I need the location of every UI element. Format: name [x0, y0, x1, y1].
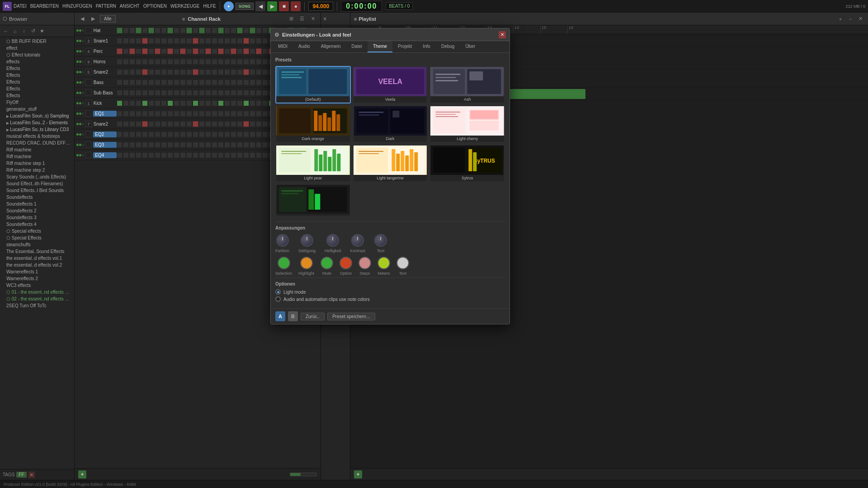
- pad[interactable]: [142, 59, 148, 65]
- pad[interactable]: [250, 69, 255, 75]
- pad[interactable]: [224, 48, 230, 54]
- pad[interactable]: [193, 142, 198, 148]
- pad[interactable]: [155, 142, 160, 148]
- pad[interactable]: [218, 28, 224, 33]
- pad[interactable]: [155, 90, 160, 96]
- pad[interactable]: [205, 48, 211, 54]
- pad[interactable]: [243, 142, 249, 148]
- pad[interactable]: [224, 100, 230, 106]
- pad[interactable]: [212, 28, 217, 33]
- preset-default[interactable]: (Default): [275, 66, 351, 103]
- pad[interactable]: [129, 142, 135, 148]
- pad[interactable]: [237, 69, 243, 75]
- pad[interactable]: [205, 28, 211, 33]
- list-item[interactable]: Soundeffects 2: [0, 207, 74, 214]
- pad[interactable]: [174, 28, 179, 33]
- pad[interactable]: [212, 38, 217, 44]
- pad[interactable]: [199, 152, 205, 158]
- list-item[interactable]: LucasFilm So..ts Library CD3: [0, 126, 74, 133]
- pad[interactable]: [224, 121, 230, 127]
- pad[interactable]: [186, 131, 192, 137]
- pad[interactable]: [180, 59, 186, 65]
- pad[interactable]: [193, 111, 198, 117]
- cr-grid-icon[interactable]: ⊞: [287, 15, 295, 23]
- ch-name-eq1[interactable]: EQ1: [93, 111, 117, 117]
- pad[interactable]: [231, 28, 236, 33]
- ch-dot[interactable]: [79, 40, 81, 42]
- pad[interactable]: [262, 142, 268, 148]
- pad[interactable]: [161, 59, 167, 65]
- pad[interactable]: [237, 38, 243, 44]
- pad[interactable]: [218, 121, 224, 127]
- list-item[interactable]: effect: [0, 45, 74, 52]
- pad[interactable]: [142, 121, 148, 127]
- pad[interactable]: [186, 90, 192, 96]
- menu-hinzufugen[interactable]: HINZUFÜGEN: [62, 4, 92, 9]
- pad[interactable]: [174, 38, 179, 44]
- pad[interactable]: [136, 100, 142, 106]
- pad[interactable]: [262, 111, 268, 117]
- pad[interactable]: [193, 90, 198, 96]
- text-color-swatch[interactable]: [396, 257, 409, 269]
- pad[interactable]: [186, 111, 192, 117]
- play-btn[interactable]: ▶: [267, 1, 277, 11]
- pad[interactable]: [205, 38, 211, 44]
- list-item[interactable]: the essential..d effects vol.1: [0, 255, 74, 262]
- pad[interactable]: [199, 28, 205, 33]
- pad[interactable]: [231, 142, 236, 148]
- pad[interactable]: [129, 152, 135, 158]
- ch-dot[interactable]: [82, 61, 84, 63]
- ch-dot[interactable]: [82, 154, 84, 156]
- pad[interactable]: [142, 142, 148, 148]
- pad[interactable]: [161, 90, 167, 96]
- pad[interactable]: [231, 90, 236, 96]
- pad[interactable]: [218, 142, 224, 148]
- pad[interactable]: [161, 111, 167, 117]
- pad[interactable]: [123, 121, 129, 127]
- pad[interactable]: [243, 121, 249, 127]
- pad[interactable]: [212, 90, 217, 96]
- menu-werkzeuge[interactable]: WERKZEUGE: [170, 4, 199, 9]
- pad[interactable]: [224, 131, 230, 137]
- farbton-knob[interactable]: [276, 234, 289, 247]
- pad[interactable]: [148, 59, 154, 65]
- pad[interactable]: [180, 111, 186, 117]
- pad[interactable]: [237, 59, 243, 65]
- pad[interactable]: [129, 90, 135, 96]
- ab-button-a[interactable]: A: [275, 311, 285, 321]
- pad[interactable]: [142, 111, 148, 117]
- pad[interactable]: [212, 142, 217, 148]
- pad[interactable]: [205, 121, 211, 127]
- pad[interactable]: [174, 59, 179, 65]
- pad[interactable]: [250, 90, 255, 96]
- list-item[interactable]: Warnereffects 2: [0, 275, 74, 282]
- cr-list-icon[interactable]: ☰: [298, 15, 306, 23]
- list-item[interactable]: LucasFilm Sou..2 - Elements: [0, 119, 74, 126]
- pad[interactable]: [161, 121, 167, 127]
- pad[interactable]: [167, 90, 173, 96]
- pad[interactable]: [174, 111, 179, 117]
- pad[interactable]: [262, 131, 268, 137]
- list-item[interactable]: ⬡ Special Effects: [0, 235, 74, 241]
- pad[interactable]: [231, 59, 236, 65]
- ch-dot[interactable]: [76, 40, 79, 42]
- pad[interactable]: [123, 69, 129, 75]
- pad[interactable]: [231, 121, 236, 127]
- pad[interactable]: [193, 59, 198, 65]
- ch-name[interactable]: Horns: [94, 59, 117, 64]
- preset-save-btn[interactable]: Preset speichern...: [327, 313, 375, 320]
- ch-name[interactable]: Sub Bass: [94, 90, 117, 95]
- pad[interactable]: [256, 48, 262, 54]
- menu-pattern[interactable]: PATTERN: [96, 4, 116, 9]
- cr-filter[interactable]: Alle: [100, 15, 116, 23]
- pad[interactable]: [256, 59, 262, 65]
- ch-dot[interactable]: [76, 123, 79, 125]
- pad[interactable]: [136, 80, 142, 85]
- pad[interactable]: [212, 121, 217, 127]
- arr-zoom-out[interactable]: −: [846, 15, 854, 23]
- pad[interactable]: [218, 90, 224, 96]
- pad[interactable]: [174, 121, 179, 127]
- pad[interactable]: [167, 38, 173, 44]
- list-item[interactable]: ⬡ Effect tutorials: [0, 52, 74, 58]
- pad[interactable]: [218, 152, 224, 158]
